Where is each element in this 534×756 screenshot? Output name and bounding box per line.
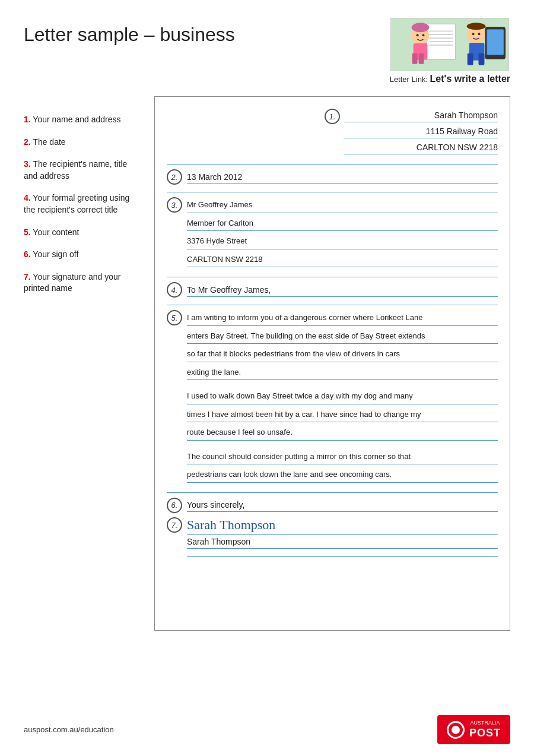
date-row: 2. 13 March 2012 <box>167 169 498 185</box>
divider-above-signoff <box>167 492 498 493</box>
date-section: 2. 13 March 2012 <box>167 164 498 185</box>
divider-above-recipient <box>167 192 498 192</box>
svg-rect-9 <box>468 53 473 65</box>
body-line-5: I used to walk down Bay Street twice a d… <box>187 388 498 404</box>
body-line-2: enters Bay Street. The building on the e… <box>187 328 498 344</box>
body-content: I am writing to inform you of a dangerou… <box>187 310 498 485</box>
ap-post-text: POST <box>469 727 501 739</box>
header: Letter sample – business <box>24 18 510 84</box>
circle-1: 1. <box>325 109 340 124</box>
sender-name-line: Sarah Thompson <box>344 109 498 122</box>
sidebar-item-6: 6. Your sign off <box>24 249 142 261</box>
sidebar-label-6: Your sign off <box>33 249 78 259</box>
sidebar-item-1: 1. Your name and address <box>24 114 142 126</box>
page-title: Letter sample – business <box>24 24 235 46</box>
body-line-1: I am writing to inform you of a dangerou… <box>187 310 498 326</box>
sender-section: 1. Sarah Thompson 1115 Railway Road CARL… <box>167 109 498 157</box>
signoff-section: 6. Yours sincerely, <box>167 492 498 513</box>
sidebar-label-5: Your content <box>33 227 79 237</box>
body-section: 5. I am writing to inform you of a dange… <box>167 305 498 485</box>
sender-address-block: Sarah Thompson 1115 Railway Road CARLTON… <box>344 109 498 157</box>
sidebar-num-2: 2. <box>24 137 31 147</box>
sidebar-num-1: 1. <box>24 115 31 124</box>
divider-above-date <box>167 164 498 165</box>
svg-rect-17 <box>412 53 418 64</box>
header-right: Letter Link: Let's write a letter <box>390 18 510 84</box>
letter-area: 1. Sarah Thompson 1115 Railway Road CARL… <box>154 96 510 631</box>
sidebar-label-7: Your signature and your printed name <box>24 272 120 293</box>
svg-rect-10 <box>479 53 485 65</box>
sidebar-num-4: 4. <box>24 193 31 203</box>
letter-link-bold: Let's write a letter <box>430 74 510 84</box>
sidebar-num-5: 5. <box>24 227 31 237</box>
greeting-section: 4. To Mr Geoffrey James, <box>167 277 498 298</box>
printed-name-row: Sarah Thompson <box>187 535 498 549</box>
main-content: 1. Your name and address 2. The date 3. … <box>24 96 510 631</box>
sidebar-num-3: 3. <box>24 159 31 169</box>
sidebar-num-6: 6. <box>24 249 31 259</box>
final-line <box>187 549 498 557</box>
svg-point-13 <box>478 33 481 35</box>
body-line-8: The council should consider putting a mi… <box>187 449 498 465</box>
body-row: 5. I am writing to inform you of a dange… <box>167 310 498 485</box>
sidebar-item-4: 4. Your formal greeting using the recipi… <box>24 192 142 216</box>
svg-rect-18 <box>419 53 424 64</box>
body-line-6: times I have almost been hit by a car. I… <box>187 407 498 423</box>
recipient-address2: CARLTON NSW 2218 <box>187 252 498 268</box>
para-gap-1 <box>187 382 498 388</box>
recipient-name: Mr Geoffrey James <box>187 197 498 213</box>
cartoon-illustration <box>390 18 509 71</box>
ap-australia-text: AUSTRALIA <box>469 720 501 726</box>
circle-7: 7. <box>167 517 182 533</box>
circle-4: 4. <box>167 282 182 298</box>
sidebar-label-3: The recipient's name, title and address <box>24 159 127 181</box>
sidebar-label-4: Your formal greeting using the recipient… <box>24 193 129 214</box>
sidebar-item-2: 2. The date <box>24 137 142 148</box>
sender-address1-line: 1115 Railway Road <box>344 125 498 138</box>
sender-address2-line: CARLTON NSW 2218 <box>344 141 498 154</box>
sidebar-item-7: 7. Your signature and your printed name <box>24 271 142 295</box>
ap-text-block: AUSTRALIA POST <box>469 720 501 739</box>
circle-5: 5. <box>167 310 182 325</box>
recipient-name-row: 3. Mr Geoffrey James Member for Carlton … <box>167 197 498 270</box>
recipient-title: Member for Carlton <box>187 216 498 232</box>
circle-2: 2. <box>167 169 182 185</box>
svg-point-20 <box>422 34 425 36</box>
divider-above-body <box>167 305 498 305</box>
ap-inner-circle <box>452 726 460 734</box>
signoff-field: Yours sincerely, <box>187 498 498 512</box>
date-field: 13 March 2012 <box>187 170 498 184</box>
page: Letter sample – business <box>0 0 534 756</box>
svg-point-19 <box>417 34 419 36</box>
sidebar-label-1: Your name and address <box>33 115 120 124</box>
greeting-field: To Mr Geoffrey James, <box>187 283 498 297</box>
letter-link-text: Letter Link: Let's write a letter <box>390 74 510 84</box>
footer-url: auspost.com.au/education <box>24 725 114 734</box>
signoff-row: 6. Yours sincerely, <box>167 498 498 513</box>
printed-name-field: Sarah Thompson <box>187 535 498 549</box>
body-line-4: exiting the lane. <box>187 365 498 381</box>
divider-above-greeting <box>167 277 498 277</box>
recipient-details: Mr Geoffrey James Member for Carlton 337… <box>187 197 498 270</box>
signature-field: Sarah Thompson <box>187 515 498 535</box>
para-gap-2 <box>187 443 498 449</box>
signature-section: 7. Sarah Thompson Sarah Thompson <box>167 515 498 557</box>
recipient-section: 3. Mr Geoffrey James Member for Carlton … <box>167 192 498 270</box>
footer: auspost.com.au/education AUSTRALIA POST <box>0 715 534 744</box>
greeting-row: 4. To Mr Geoffrey James, <box>167 282 498 298</box>
svg-point-12 <box>472 33 475 35</box>
ap-circle-icon <box>447 721 465 739</box>
circle-6: 6. <box>167 498 182 513</box>
circle-3: 3. <box>167 197 182 213</box>
sidebar-label-2: The date <box>33 137 65 147</box>
svg-point-11 <box>467 23 486 30</box>
signature-row: 7. Sarah Thompson <box>167 515 498 535</box>
svg-point-15 <box>412 23 430 32</box>
body-line-7: route because I feel so unsafe. <box>187 425 498 441</box>
body-line-3: so far that it blocks pedestrians from t… <box>187 346 498 362</box>
australia-post-logo: AUSTRALIA POST <box>437 715 510 744</box>
sidebar-num-7: 7. <box>24 272 31 281</box>
sidebar: 1. Your name and address 2. The date 3. … <box>24 96 142 631</box>
body-line-9: pedestrians can look down the lane and s… <box>187 467 498 483</box>
recipient-address1: 3376 Hyde Street <box>187 233 498 249</box>
